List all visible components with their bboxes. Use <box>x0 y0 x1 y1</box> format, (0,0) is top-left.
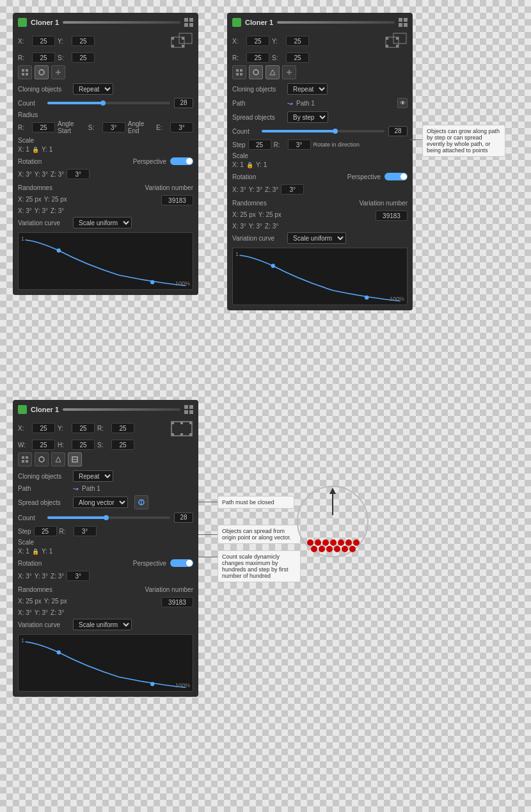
svg-rect-2 <box>171 37 174 40</box>
y-input-3[interactable] <box>72 423 95 433</box>
variation-curve-row-1: Variation curve Scale uniform <box>18 217 193 228</box>
count-value-2[interactable]: 28 <box>388 126 408 136</box>
panel-1-header-slider[interactable] <box>63 21 180 24</box>
w-input-3[interactable] <box>32 440 55 450</box>
svg-rect-21 <box>396 45 399 47</box>
svg-point-56 <box>322 539 329 546</box>
perspective-toggle-2[interactable] <box>384 173 408 180</box>
icon-btn-1[interactable] <box>18 65 32 79</box>
icon-btn-p2-4[interactable] <box>282 65 296 79</box>
cloning-select[interactable]: Repeat <box>73 83 113 95</box>
svg-point-55 <box>315 539 321 546</box>
icon-btn-p3-4[interactable] <box>68 452 82 466</box>
y-input-2[interactable] <box>286 36 309 46</box>
icon-btn-3[interactable] <box>51 65 65 79</box>
annotation-panel2: Objects can grow along path by step or c… <box>422 125 505 157</box>
icon-btn-p2-3[interactable] <box>266 65 280 79</box>
icon-btn-p3-2[interactable] <box>35 452 49 466</box>
x-input-2[interactable] <box>246 36 269 46</box>
s-input-p2[interactable] <box>286 52 309 63</box>
r-input[interactable] <box>32 52 55 63</box>
variation-curve-select-2[interactable]: Scale uniform <box>287 232 346 244</box>
panel-2: Cloner 1 X: Y: R: S: <box>227 13 413 310</box>
perspective-label-2: Perspective <box>347 173 381 180</box>
panel-1-header: Cloner 1 <box>18 18 193 27</box>
icons-row-3 <box>18 452 193 466</box>
count-value[interactable]: 28 <box>174 98 193 108</box>
x-input-3[interactable] <box>32 423 55 433</box>
s-input-2[interactable] <box>102 122 125 132</box>
cloner-icon-2 <box>232 18 241 27</box>
icon-btn-p3-1[interactable] <box>18 452 32 466</box>
z-rot-input[interactable] <box>67 169 90 179</box>
spread-select-3[interactable]: Along vector <box>73 497 128 508</box>
spread-row-3: Spread objects Along vector <box>18 495 193 509</box>
rand-fields-p3-2: X: 3° Y: 3° Z: 3° <box>18 609 193 616</box>
count-label-3: Count <box>18 514 44 521</box>
svg-point-65 <box>342 546 348 552</box>
svg-rect-20 <box>386 45 388 47</box>
panel-3-header-slider[interactable] <box>63 408 180 411</box>
cloning-label-2: Cloning objects <box>232 86 283 93</box>
icon-btn-p3-3[interactable] <box>51 452 65 466</box>
z-rot-input-3[interactable] <box>67 571 90 581</box>
h-input-3[interactable] <box>72 440 95 450</box>
panel-2-header-slider[interactable] <box>277 21 395 24</box>
perspective-label-1: Perspective <box>133 158 166 165</box>
r-step-2[interactable] <box>288 139 311 150</box>
svg-point-11 <box>41 69 42 70</box>
variation-num-input-3[interactable] <box>161 597 193 607</box>
variation-num-input-2[interactable] <box>376 211 408 221</box>
rs-row: R: S: <box>18 52 193 63</box>
path-name-3: Path 1 <box>82 485 100 492</box>
e-label: E: <box>156 124 168 131</box>
s-input-3[interactable] <box>111 440 134 450</box>
scale-label-1: Scale <box>18 137 193 144</box>
annotation-p3-2-text: Objects can spread from origin point or … <box>222 528 291 541</box>
path-name-2: Path 1 <box>296 100 315 107</box>
grid-view-icon-3[interactable] <box>184 405 193 414</box>
rotation-fields-1: X: 3° Y: 3° Z: 3° <box>18 169 193 179</box>
z-rot-input-2[interactable] <box>281 184 304 195</box>
vector-btn[interactable] <box>134 495 148 509</box>
grid-view-icon[interactable] <box>184 18 193 27</box>
s-input[interactable] <box>72 52 95 63</box>
variation-curve-select-3[interactable]: Scale uniform <box>73 619 132 630</box>
svg-rect-9 <box>26 73 28 76</box>
graph-area-1: 1 100% <box>18 232 193 290</box>
eye-icon-2[interactable]: 👁 <box>397 98 408 108</box>
step-input-2[interactable] <box>248 139 271 150</box>
count-value-3[interactable]: 28 <box>174 513 193 523</box>
variation-curve-select-1[interactable]: Scale uniform <box>73 217 132 228</box>
count-slider-3[interactable] <box>47 516 170 519</box>
r-input-3[interactable] <box>111 423 134 433</box>
x-input[interactable] <box>32 36 55 46</box>
panel-2-title-area: Cloner 1 <box>232 18 273 27</box>
graph-pct-3: 100% <box>175 682 190 689</box>
y-input[interactable] <box>72 36 95 46</box>
icon-btn-p2-2[interactable] <box>249 65 263 79</box>
perspective-toggle-3[interactable] <box>170 559 193 567</box>
variation-num-input-1[interactable] <box>161 195 193 205</box>
r-label-2: R: <box>18 124 29 131</box>
cloning-select-3[interactable]: Repeat <box>73 470 113 482</box>
r-input-p2[interactable] <box>246 52 269 63</box>
rotation-label-2: Rotation <box>232 173 256 180</box>
r-step-3[interactable] <box>74 526 97 536</box>
icon-btn-2[interactable] <box>35 65 49 79</box>
svg-point-66 <box>349 546 356 552</box>
perspective-toggle-1[interactable] <box>170 157 193 165</box>
s-label-2: S: <box>88 124 100 131</box>
count-slider-2[interactable] <box>262 130 384 132</box>
count-slider[interactable] <box>47 102 170 104</box>
step-input-3[interactable] <box>34 526 57 536</box>
grid-view-icon-2[interactable] <box>399 18 408 27</box>
cloning-select-2[interactable]: Repeat <box>287 83 328 95</box>
spread-select-2[interactable]: By step <box>287 111 328 123</box>
perspective-row-2: Perspective <box>347 173 408 180</box>
icon-btn-p2-1[interactable] <box>232 65 246 79</box>
xy-row-2: X: Y: <box>232 32 408 50</box>
r-input-2[interactable] <box>32 122 55 132</box>
e-input[interactable] <box>170 122 193 132</box>
svg-rect-35 <box>171 433 174 436</box>
